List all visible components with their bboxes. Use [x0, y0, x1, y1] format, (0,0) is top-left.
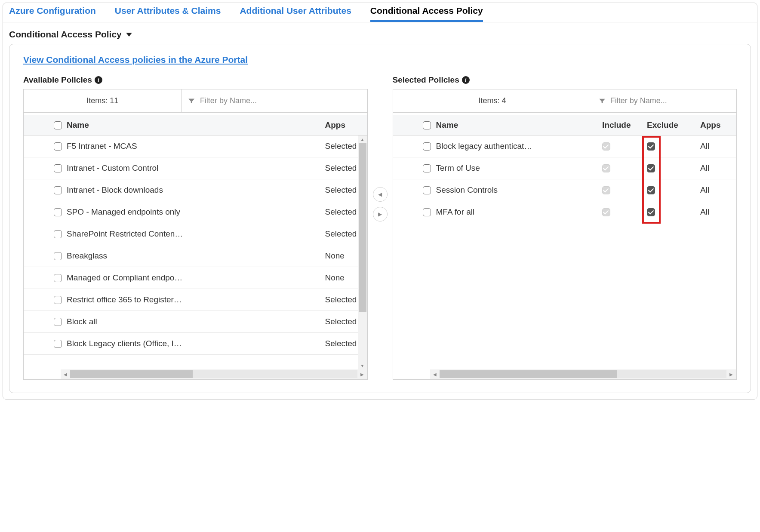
table-row[interactable]: MFA for allAll [393, 201, 737, 223]
header-apps[interactable]: Apps [325, 120, 367, 130]
header-name[interactable]: Name [436, 120, 603, 130]
tab-conditional-access-policy[interactable]: Conditional Access Policy [370, 3, 483, 22]
row-checkbox[interactable] [54, 186, 62, 194]
row-checkbox[interactable] [54, 252, 62, 260]
row-checkbox[interactable] [423, 142, 431, 151]
include-checkbox[interactable] [602, 164, 610, 172]
available-count: Items: 11 [24, 89, 182, 112]
table-row[interactable]: BreakglassNone [24, 245, 367, 267]
available-grid: Items: 11 Name Apps F5 Intr [23, 89, 368, 380]
selected-title: Selected Policies i [393, 75, 737, 85]
table-row[interactable]: Block Legacy clients (Office, I…Selected [24, 333, 367, 355]
tab-additional-user-attributes[interactable]: Additional User Attributes [240, 3, 351, 22]
horizontal-scrollbar[interactable]: ◀ ▶ [61, 369, 367, 379]
selected-filter [592, 89, 736, 112]
row-checkbox[interactable] [54, 296, 62, 304]
selected-body: Block legacy authenticat…AllTerm of UseA… [393, 135, 737, 369]
vertical-scrollbar[interactable]: ▲ ▼ [358, 135, 367, 369]
table-row[interactable]: Intranet - Custom ControlSelected [24, 157, 367, 179]
row-checkbox[interactable] [54, 318, 62, 326]
row-checkbox[interactable] [54, 142, 62, 151]
chevron-down-icon [126, 33, 132, 37]
exclude-checkbox[interactable] [647, 208, 655, 216]
policy-name: Breakglass [67, 251, 325, 261]
exclude-checkbox[interactable] [647, 186, 655, 194]
table-row[interactable]: Managed or Compliant endpo…None [24, 267, 367, 289]
policy-name: Term of Use [436, 163, 603, 173]
available-toolbar: Items: 11 [24, 89, 367, 113]
include-checkbox[interactable] [602, 142, 610, 151]
header-exclude[interactable]: Exclude [647, 120, 700, 130]
available-header-row: Name Apps [24, 115, 367, 135]
policy-name: Session Controls [436, 185, 603, 195]
section-header[interactable]: Conditional Access Policy [3, 22, 757, 44]
policy-name: SharePoint Restricted Conten… [67, 229, 325, 239]
app-frame: Azure Configuration User Attributes & Cl… [3, 3, 757, 400]
tab-bar: Azure Configuration User Attributes & Cl… [3, 3, 757, 22]
selected-grid: Items: 4 Name Include Exclude Apps [393, 89, 737, 380]
row-checkbox[interactable] [54, 340, 62, 348]
policy-apps: All [700, 207, 736, 217]
policy-name: Block legacy authenticat… [436, 141, 603, 151]
tab-user-attributes-claims[interactable]: User Attributes & Claims [115, 3, 221, 22]
policy-apps: All [700, 163, 736, 173]
policy-name: F5 Intranet - MCAS [67, 141, 325, 151]
azure-portal-link[interactable]: View Conditional Access policies in the … [23, 55, 248, 65]
dual-list: Available Policies i Items: 11 [23, 75, 737, 380]
policy-name: MFA for all [436, 207, 603, 217]
tab-azure-configuration[interactable]: Azure Configuration [9, 3, 96, 22]
include-checkbox[interactable] [602, 208, 610, 216]
section-title: Conditional Access Policy [9, 29, 122, 40]
header-include[interactable]: Include [602, 120, 647, 130]
policy-name: Intranet - Block downloads [67, 185, 325, 195]
row-checkbox[interactable] [423, 164, 431, 172]
row-checkbox[interactable] [423, 186, 431, 194]
table-row[interactable]: Block legacy authenticat…All [393, 135, 737, 157]
policy-name: Block all [67, 317, 325, 326]
row-checkbox[interactable] [54, 274, 62, 282]
table-row[interactable]: Block allSelected [24, 311, 367, 333]
info-icon[interactable]: i [462, 76, 470, 84]
table-row[interactable]: Intranet - Block downloadsSelected [24, 179, 367, 201]
table-row[interactable]: Term of UseAll [393, 157, 737, 179]
available-filter [182, 89, 367, 112]
selected-count: Items: 4 [393, 89, 592, 112]
selected-column: Selected Policies i Items: 4 [393, 75, 737, 380]
header-apps[interactable]: Apps [700, 120, 736, 130]
policy-name: Intranet - Custom Control [67, 163, 325, 173]
move-left-button[interactable]: ◀ [373, 187, 388, 202]
row-checkbox[interactable] [54, 208, 62, 216]
table-row[interactable]: SPO - Managed endpoints onlySelected [24, 201, 367, 223]
policy-name: Restrict office 365 to Register… [67, 295, 325, 304]
selected-filter-input[interactable] [610, 96, 730, 105]
selected-header-row: Name Include Exclude Apps [393, 115, 737, 135]
table-row[interactable]: F5 Intranet - MCASSelected [24, 135, 367, 157]
available-filter-input[interactable] [200, 96, 361, 105]
move-right-button[interactable]: ▶ [373, 207, 388, 221]
exclude-checkbox[interactable] [647, 164, 655, 172]
table-row[interactable]: SharePoint Restricted Conten…Selected [24, 223, 367, 245]
available-column: Available Policies i Items: 11 [23, 75, 368, 380]
filter-icon [598, 97, 606, 105]
policy-name: Block Legacy clients (Office, I… [67, 339, 325, 348]
exclude-checkbox[interactable] [647, 142, 655, 151]
policy-name: Managed or Compliant endpo… [67, 273, 325, 283]
selected-toolbar: Items: 4 [393, 89, 737, 113]
selected-select-all-checkbox[interactable] [423, 121, 431, 129]
filter-icon [188, 97, 196, 105]
table-row[interactable]: Restrict office 365 to Register…Selected [24, 289, 367, 311]
include-checkbox[interactable] [602, 186, 610, 194]
policy-name: SPO - Managed endpoints only [67, 207, 325, 217]
table-row[interactable]: Session ControlsAll [393, 179, 737, 201]
row-checkbox[interactable] [54, 230, 62, 238]
info-icon[interactable]: i [95, 76, 102, 84]
row-checkbox[interactable] [423, 208, 431, 216]
horizontal-scrollbar[interactable]: ◀ ▶ [430, 369, 736, 379]
policy-panel: View Conditional Access policies in the … [9, 44, 751, 393]
available-title: Available Policies i [23, 75, 368, 85]
row-checkbox[interactable] [54, 164, 62, 172]
available-select-all-checkbox[interactable] [54, 121, 62, 129]
policy-apps: All [700, 185, 736, 195]
header-name[interactable]: Name [67, 120, 325, 130]
policy-apps: All [700, 141, 736, 151]
